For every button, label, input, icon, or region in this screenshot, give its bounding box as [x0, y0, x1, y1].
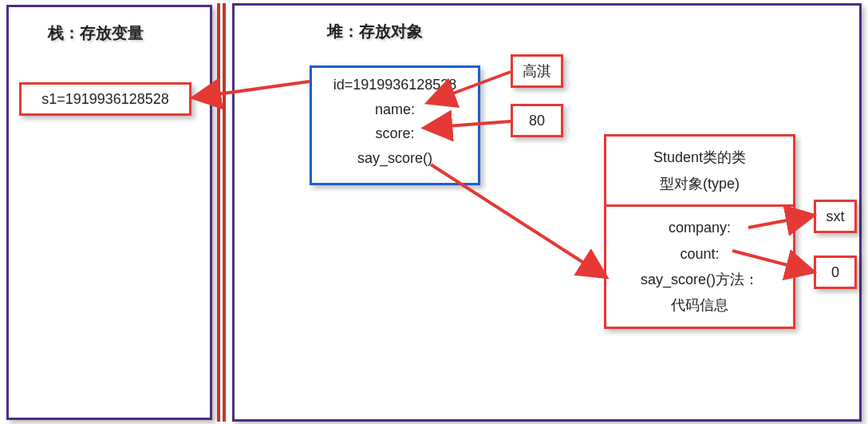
count-value-box: 0	[814, 256, 857, 289]
company-value-box: sxt	[814, 200, 857, 233]
stack-s1-text: s1=1919936128528	[41, 91, 169, 108]
class-type-box: Student类的类 型对象(type) company: count: say…	[604, 134, 795, 329]
class-header-line2: 型对象(type)	[660, 171, 740, 196]
class-header-line1: Student类的类	[653, 145, 746, 170]
instance-score-label: score:	[375, 121, 414, 146]
instance-say-score-label: say_score()	[357, 146, 432, 171]
class-company-label: company:	[669, 215, 731, 240]
score-value-text: 80	[529, 113, 545, 129]
stack-panel	[6, 5, 212, 420]
name-value-text: 高淇	[523, 61, 551, 81]
class-type-header-section: Student类的类 型对象(type)	[606, 137, 793, 207]
class-count-label: count:	[680, 241, 719, 267]
instance-id-line: id=1919936128528	[333, 73, 457, 97]
instance-name-label: name:	[375, 97, 415, 122]
company-value-text: sxt	[826, 208, 844, 225]
class-type-body-section: company: count: say_score()方法： 代码信息	[606, 207, 793, 327]
class-say-score-method: say_score()方法：	[641, 267, 759, 292]
name-value-box: 高淇	[511, 54, 563, 88]
score-value-box: 80	[511, 104, 563, 137]
instance-object-box: id=1919936128528 name: score: say_score(…	[310, 65, 480, 185]
stack-variable-s1: s1=1919936128528	[19, 82, 191, 116]
heap-title: 堆：存放对象	[327, 21, 423, 42]
stack-heap-divider	[217, 3, 227, 422]
count-value-text: 0	[831, 264, 839, 281]
stack-title: 栈：存放变量	[48, 22, 144, 44]
class-code-info: 代码信息	[671, 292, 728, 318]
